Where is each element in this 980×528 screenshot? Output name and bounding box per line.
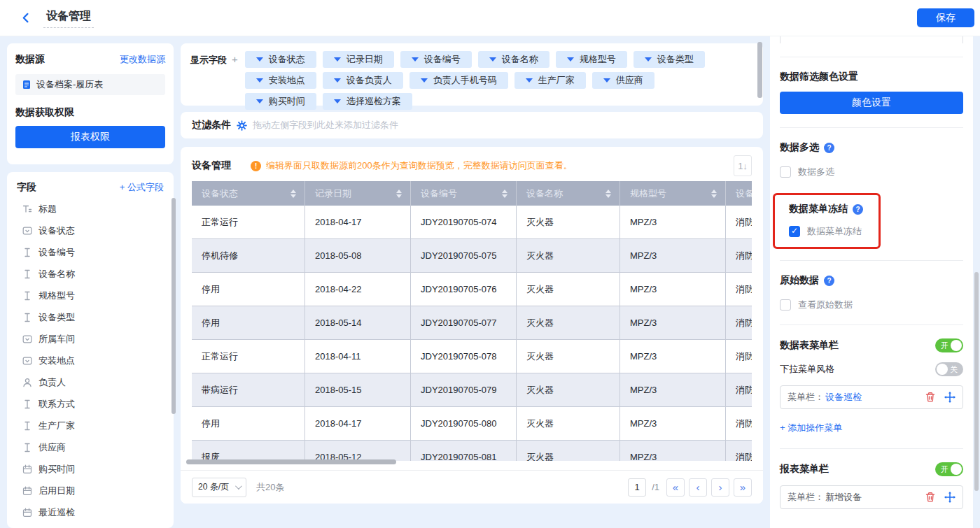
field-item[interactable]: 负责人	[17, 371, 164, 393]
field-item[interactable]: 设备编号	[17, 241, 164, 263]
table-row[interactable]: 带病运行 2018-05-15 JDY20190705-079 灭火器 MPZ/…	[192, 373, 752, 407]
table-row[interactable]: 停用 2018-04-22 JDY20190705-076 灭火器 MPZ/3 …	[192, 273, 752, 306]
multi-select-checkbox[interactable]	[780, 166, 791, 178]
field-item[interactable]: 所属车间	[17, 328, 164, 350]
display-field-chip[interactable]: 安装地点	[245, 72, 316, 89]
prev-page-button[interactable]: ‹	[689, 478, 707, 497]
field-item[interactable]: 启用日期	[17, 480, 164, 501]
display-field-chip[interactable]: 设备编号	[400, 51, 472, 68]
raw-data-checkbox-row[interactable]: 查看原始数据	[780, 299, 963, 311]
display-field-chip[interactable]: 选择巡检方案	[323, 93, 412, 110]
back-icon[interactable]	[18, 10, 34, 26]
fields-title: 字段	[17, 181, 36, 194]
next-page-button[interactable]: ›	[711, 478, 729, 497]
field-item[interactable]: 标题	[17, 198, 164, 220]
color-settings-button[interactable]: 颜色设置	[780, 92, 963, 114]
field-item[interactable]: 最近巡检	[17, 501, 164, 523]
field-item[interactable]: 购买时间	[17, 458, 164, 480]
cell-device-no: JDY20190705-077	[411, 306, 517, 339]
table-header-cell[interactable]: 设备名称	[517, 181, 620, 206]
toggle-label: 开	[941, 464, 948, 475]
add-display-field-button[interactable]: +	[232, 53, 238, 98]
report-menubar-toggle[interactable]: 开	[935, 462, 963, 476]
save-button[interactable]: 保存	[917, 8, 974, 27]
sort-arrows-icon[interactable]	[290, 190, 296, 198]
display-field-chip[interactable]: 设备负责人	[323, 72, 403, 89]
page-size-select[interactable]: 20 条/页	[192, 478, 246, 497]
horizontal-scrollbar[interactable]	[186, 459, 396, 464]
chevron-down-icon	[256, 78, 263, 83]
sort-tool-button[interactable]: 1↓	[734, 155, 752, 176]
first-page-button[interactable]: «	[666, 478, 685, 497]
sort-arrows-icon[interactable]	[396, 190, 402, 198]
table-row[interactable]: 正常运行 2018-04-17 JDY20190705-074 灭火器 MPZ/…	[192, 206, 752, 239]
field-item[interactable]: 安装地点	[17, 350, 164, 371]
field-item[interactable]: 规格型号	[17, 285, 164, 306]
multi-select-checkbox-row[interactable]: 数据多选	[780, 166, 963, 178]
dropdown-style-toggle[interactable]: 关	[935, 362, 963, 376]
gear-icon[interactable]	[237, 120, 247, 131]
table-header-cell[interactable]: 设备状态	[192, 181, 305, 206]
table-row[interactable]: 正常运行 2018-04-11 JDY20190705-078 灭火器 MPZ/…	[192, 340, 752, 373]
table-header-cell[interactable]: 设备类型	[726, 181, 752, 206]
page-scrollbar[interactable]	[974, 272, 979, 491]
filter-bar[interactable]: 过滤条件 拖动左侧字段到此处来添加过滤条件	[181, 112, 763, 138]
middle-scrollbar[interactable]	[757, 42, 762, 98]
field-item[interactable]: 设备状态	[17, 220, 164, 241]
display-field-chip[interactable]: 供应商	[592, 72, 654, 89]
sort-arrows-icon[interactable]	[606, 190, 611, 198]
display-field-chip[interactable]: 生产厂家	[514, 72, 586, 89]
add-action-menu-link[interactable]: + 添加操作菜单	[780, 422, 842, 434]
display-field-chip[interactable]: 设备状态	[245, 51, 316, 68]
help-icon[interactable]: ?	[824, 143, 834, 153]
page-size-value: 20 条/页	[198, 481, 229, 493]
move-icon[interactable]	[944, 392, 955, 403]
display-field-chip[interactable]: 设备名称	[478, 51, 550, 68]
table-row[interactable]: 停用 2018-04-17 JDY20190705-080 灭火器 MPZ/3 …	[192, 407, 752, 441]
last-page-button[interactable]: »	[734, 478, 752, 497]
field-item[interactable]: 生产厂家	[17, 415, 164, 436]
topbar: 设备管理 保存	[0, 0, 980, 36]
table-menubar-toggle[interactable]: 开	[935, 338, 963, 352]
datasource-item[interactable]: 设备档案-履历表	[15, 74, 165, 95]
display-field-chip[interactable]: 负责人手机号码	[410, 72, 508, 89]
delete-icon[interactable]	[925, 392, 936, 403]
table-header-cell[interactable]: 记录日期	[305, 181, 411, 206]
table-menubar-item[interactable]: 菜单栏： 设备巡检	[780, 385, 963, 409]
delete-icon[interactable]	[925, 492, 936, 503]
table-header-cell[interactable]: 规格型号	[620, 181, 726, 206]
move-icon[interactable]	[944, 492, 955, 503]
menubar-item-value[interactable]: 新增设备	[825, 491, 862, 504]
table-header: 设备状态 记录日期 设备编号 设备名称	[192, 181, 752, 206]
field-item[interactable]: 设备类型	[17, 306, 164, 328]
table-row[interactable]: 停机待修 2018-05-08 JDY20190705-075 灭火器 MPZ/…	[192, 239, 752, 273]
raw-data-checkbox[interactable]	[780, 299, 791, 311]
page-title[interactable]: 设备管理	[43, 8, 94, 28]
menubar-item-value[interactable]: 设备巡检	[825, 391, 862, 404]
menu-freeze-checkbox[interactable]	[789, 226, 800, 237]
field-item[interactable]: 联系方式	[17, 393, 164, 415]
help-icon[interactable]: ?	[853, 204, 863, 215]
field-item[interactable]: 设备名称	[17, 263, 164, 285]
field-label: 安装地点	[38, 355, 75, 367]
field-label: 联系方式	[38, 398, 75, 411]
display-field-chip[interactable]: 规格型号	[556, 51, 627, 68]
sort-arrows-icon[interactable]	[711, 190, 717, 198]
fields-scrollbar[interactable]	[172, 198, 176, 414]
display-field-chip[interactable]: 设备类型	[634, 51, 705, 68]
report-menubar-item[interactable]: 菜单栏： 新增设备	[780, 485, 963, 509]
sort-arrows-icon[interactable]	[502, 190, 507, 198]
page-number-input[interactable]	[628, 478, 646, 497]
help-icon[interactable]: ?	[824, 276, 834, 286]
display-field-chip[interactable]: 购买时间	[245, 93, 316, 110]
cell-device-name: 灭火器	[517, 273, 620, 306]
change-datasource-link[interactable]: 更改数据源	[120, 53, 165, 66]
report-permission-button[interactable]: 报表权限	[15, 126, 165, 148]
table-header-cell[interactable]: 设备编号	[411, 181, 517, 206]
field-item[interactable]: 供应商	[17, 436, 164, 458]
add-formula-field-link[interactable]: + 公式字段	[120, 181, 164, 194]
display-field-chip[interactable]: 记录日期	[323, 51, 394, 68]
menu-freeze-checkbox-row[interactable]: 数据菜单冻结	[789, 225, 878, 238]
table-row[interactable]: 报废 2018-05-12 JDY20190705-081 灭火器 MPZ/3 …	[192, 441, 752, 461]
table-row[interactable]: 停用 2018-05-14 JDY20190705-077 灭火器 MPZ/3 …	[192, 306, 752, 340]
